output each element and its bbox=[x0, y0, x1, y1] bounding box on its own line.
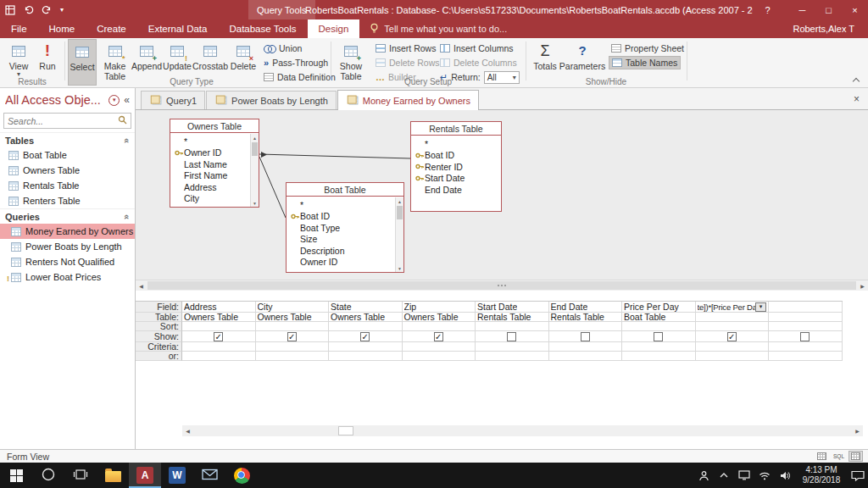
nav-pane-title[interactable]: All Access Obje... ▾ « bbox=[0, 88, 135, 112]
grid-show-cell[interactable]: ✓ bbox=[696, 331, 770, 342]
grid-field-cell[interactable]: State bbox=[329, 302, 403, 313]
grid-scroll-left-icon[interactable]: ◀ bbox=[182, 425, 193, 436]
grid-show-cell[interactable]: ✓ bbox=[329, 331, 403, 342]
word-taskbar-button[interactable]: W bbox=[161, 463, 193, 488]
nav-item-renters-table[interactable]: Renters Table bbox=[0, 193, 135, 208]
grid-or-cell[interactable] bbox=[549, 352, 623, 361]
grid-field-cell[interactable]: Price Per Day bbox=[622, 302, 696, 313]
volume-icon[interactable] bbox=[776, 463, 793, 488]
grid-criteria-cell[interactable] bbox=[549, 342, 623, 352]
document-tab-money-earned-by-owners[interactable]: Money Earned by Owners bbox=[337, 90, 479, 110]
nav-item-boat-table[interactable]: Boat Table bbox=[0, 147, 135, 163]
table-scrollbar[interactable]: ▲▼ bbox=[250, 134, 259, 207]
scroll-thumb[interactable] bbox=[147, 281, 856, 290]
grid-show-cell[interactable]: ✓ bbox=[182, 331, 256, 342]
nav-item-rentals-table[interactable]: Rentals Table bbox=[0, 178, 135, 193]
grid-scroll-right-icon[interactable]: ▶ bbox=[852, 425, 863, 436]
grid-show-cell[interactable] bbox=[549, 331, 623, 342]
close-document-icon[interactable]: × bbox=[845, 93, 868, 105]
document-tab-power-boats-by-length[interactable]: Power Boats by Length bbox=[206, 91, 337, 109]
nav-item-renters-not-qualified[interactable]: Renters Not Qualified bbox=[0, 254, 135, 269]
taskbar-clock[interactable]: 4:13 PM 9/28/2018 bbox=[797, 465, 846, 485]
nav-item-money-earned-by-owners[interactable]: Money Earned by Owners bbox=[0, 224, 135, 239]
scroll-up-icon[interactable]: ▲ bbox=[396, 197, 403, 205]
show-checkbox[interactable] bbox=[800, 332, 810, 341]
table-field[interactable]: Start Date bbox=[415, 173, 501, 185]
table-field[interactable]: First Name bbox=[174, 170, 249, 182]
grid-or-cell[interactable] bbox=[329, 352, 403, 361]
grid-scroll-thumb[interactable] bbox=[338, 426, 353, 435]
insert-rows-button[interactable]: Insert Rows bbox=[373, 42, 438, 55]
grid-criteria-cell[interactable] bbox=[403, 342, 476, 352]
grid-show-cell[interactable]: ✓ bbox=[403, 331, 476, 342]
table-field[interactable]: * bbox=[290, 199, 394, 211]
grid-sort-cell[interactable] bbox=[256, 322, 330, 331]
maximize-button[interactable]: □ bbox=[815, 0, 842, 19]
scroll-left-icon[interactable]: ◀ bbox=[136, 280, 147, 291]
show-checkbox[interactable]: ✓ bbox=[360, 332, 370, 341]
search-input[interactable] bbox=[8, 116, 114, 126]
grid-sort-cell[interactable] bbox=[329, 322, 403, 331]
scroll-up-icon[interactable]: ▲ bbox=[251, 134, 259, 141]
nav-item-owners-table[interactable]: Owners Table bbox=[0, 163, 135, 178]
grid-or-cell[interactable] bbox=[769, 352, 843, 361]
scroll-down-icon[interactable]: ▼ bbox=[251, 199, 259, 207]
table-field[interactable]: End Date bbox=[415, 184, 501, 196]
display-icon[interactable] bbox=[736, 463, 753, 488]
help-button[interactable]: ? bbox=[754, 0, 781, 19]
table-scrollbar[interactable]: ▲▼ bbox=[395, 197, 403, 272]
grid-horizontal-scrollbar[interactable]: ◀ ▶ bbox=[182, 425, 863, 436]
network-icon[interactable] bbox=[756, 463, 773, 488]
table-field[interactable]: Owner ID bbox=[174, 147, 249, 159]
grid-criteria-cell[interactable] bbox=[329, 342, 403, 352]
show-checkbox[interactable]: ✓ bbox=[214, 332, 223, 341]
grid-criteria-cell[interactable] bbox=[256, 342, 330, 352]
scroll-down-icon[interactable]: ▼ bbox=[396, 264, 403, 272]
tell-me-box[interactable]: Tell me what you want to do... bbox=[359, 19, 517, 38]
nav-menu-icon[interactable]: ▾ bbox=[108, 95, 120, 106]
section-header-tables[interactable]: Tables« bbox=[0, 132, 135, 147]
menu-tab-external-data[interactable]: External Data bbox=[137, 19, 219, 38]
show-checkbox[interactable]: ✓ bbox=[434, 332, 443, 341]
table-names-button[interactable]: Table Names bbox=[609, 56, 681, 69]
mail-taskbar-button[interactable] bbox=[193, 463, 225, 488]
grid-field-cell[interactable]: te])*[Price Per Day]▾ bbox=[696, 302, 770, 313]
grid-sort-cell[interactable] bbox=[549, 322, 623, 331]
nav-search-box[interactable] bbox=[3, 113, 131, 129]
table-field[interactable]: Boat ID bbox=[415, 150, 501, 162]
minimize-button[interactable]: ─ bbox=[789, 0, 815, 19]
menu-tab-home[interactable]: Home bbox=[38, 19, 86, 38]
pass-through-button[interactable]: » Pass-Through bbox=[261, 56, 331, 69]
section-header-queries[interactable]: Queries« bbox=[0, 208, 135, 224]
task-view-button[interactable] bbox=[64, 463, 97, 488]
grid-show-cell[interactable] bbox=[476, 331, 549, 342]
menu-tab-file[interactable]: File bbox=[0, 19, 38, 38]
grid-field-cell[interactable]: Address bbox=[182, 302, 256, 313]
table-field[interactable]: Boat ID bbox=[290, 211, 394, 223]
close-button[interactable]: × bbox=[842, 0, 868, 19]
signed-in-user[interactable]: Roberts,Alex T bbox=[793, 19, 868, 38]
grid-field-cell[interactable] bbox=[769, 302, 843, 313]
show-checkbox[interactable] bbox=[581, 332, 590, 341]
union-button[interactable]: Union bbox=[261, 42, 304, 55]
grid-sort-cell[interactable] bbox=[696, 322, 770, 331]
delete-rows-button[interactable]: Delete Rows bbox=[373, 56, 442, 69]
datasheet-view-icon[interactable] bbox=[815, 451, 829, 462]
table-box-boat-table[interactable]: Boat Table*Boat IDBoat TypeSizeDescripti… bbox=[286, 182, 404, 273]
file-explorer-button[interactable] bbox=[97, 463, 129, 488]
scroll-right-icon[interactable]: ▶ bbox=[857, 280, 868, 291]
grid-table-cell[interactable] bbox=[769, 313, 843, 322]
grid-sort-cell[interactable] bbox=[476, 322, 549, 331]
grid-table-cell[interactable]: Owners Table bbox=[256, 313, 330, 322]
grid-or-cell[interactable] bbox=[476, 352, 549, 361]
grid-sort-cell[interactable] bbox=[182, 322, 256, 331]
grid-criteria-cell[interactable] bbox=[696, 342, 770, 352]
customize-qat-icon[interactable]: ▾ bbox=[60, 6, 64, 14]
menu-tab-design[interactable]: Design bbox=[308, 19, 360, 38]
grid-sort-cell[interactable] bbox=[769, 322, 843, 331]
nav-item-lower-boat-prices[interactable]: Lower Boat Prices bbox=[0, 269, 135, 285]
grid-or-cell[interactable] bbox=[403, 352, 476, 361]
grid-table-cell[interactable]: Rentals Table bbox=[476, 313, 549, 322]
property-sheet-button[interactable]: Property Sheet bbox=[609, 42, 687, 55]
table-field[interactable]: * bbox=[415, 138, 501, 150]
